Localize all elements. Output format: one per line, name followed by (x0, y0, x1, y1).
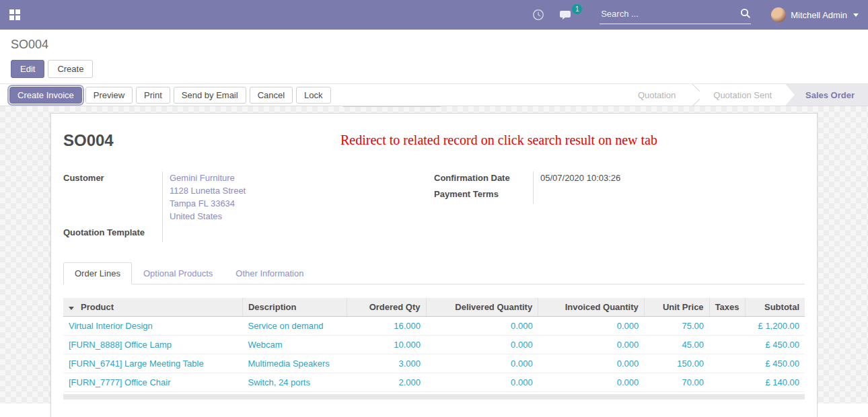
customer-label: Customer (63, 172, 163, 226)
order-line-row[interactable]: [FURN_7777] Office ChairSwitch, 24 ports… (63, 373, 805, 392)
cell-taxes[interactable] (709, 317, 745, 336)
customer-address[interactable]: Gemini Furniture 1128 Lunetta Street Tam… (163, 172, 246, 226)
customer-country[interactable]: United States (170, 210, 246, 223)
activities-clock-icon[interactable] (532, 9, 544, 21)
cell-unit-price[interactable]: 70.00 (644, 373, 709, 392)
cell-product[interactable]: Virtual Interior Design (63, 317, 242, 336)
optional-columns-dropdown-icon[interactable] (69, 307, 74, 310)
customer-street[interactable]: 1128 Lunetta Street (170, 184, 246, 197)
left-field-group: Customer Gemini Furniture 1128 Lunetta S… (63, 172, 434, 242)
create-invoice-button[interactable]: Create Invoice (9, 87, 82, 104)
order-lines-table: Product Description Ordered Qty Delivere… (63, 298, 805, 392)
sale-order-sheet: SO004 Redirect to related record on clic… (50, 113, 818, 417)
cell-delivered-quantity[interactable]: 0.000 (426, 373, 538, 392)
cancel-button[interactable]: Cancel (250, 87, 293, 104)
quotation-template-value[interactable] (163, 226, 170, 242)
cell-invoiced-quantity[interactable]: 0.000 (538, 317, 645, 336)
cell-description[interactable]: Multimedia Speakers (242, 354, 347, 373)
messages-count-badge: 1 (572, 4, 582, 14)
stage-pipeline: Quotation Quotation Sent Sales Order (624, 84, 868, 106)
cell-ordered-qty[interactable]: 3.000 (347, 354, 426, 373)
stage-chevron-icon (689, 84, 700, 106)
cell-unit-price[interactable]: 75.00 (644, 317, 709, 336)
cell-invoiced-quantity[interactable]: 0.000 (538, 373, 645, 392)
user-avatar (771, 7, 786, 22)
cell-invoiced-quantity[interactable]: 0.000 (538, 336, 645, 354)
cell-subtotal[interactable]: £ 1,200.00 (745, 317, 805, 336)
payment-terms-value[interactable] (534, 188, 540, 204)
statusbar: Create Invoice Preview Print Send by Ema… (0, 83, 868, 106)
column-header-taxes[interactable]: Taxes (709, 298, 745, 317)
chevron-down-icon (853, 13, 859, 17)
cell-product[interactable]: [FURN_6741] Large Meeting Table (63, 354, 242, 373)
cell-product[interactable]: [FURN_8888] Office Lamp (63, 336, 242, 354)
column-header-delivered-quantity[interactable]: Delivered Quantity (426, 298, 538, 317)
search-icon[interactable] (740, 8, 751, 22)
cell-taxes[interactable] (709, 354, 745, 373)
stage-quotation-sent[interactable]: Quotation Sent (700, 84, 785, 106)
cell-ordered-qty[interactable]: 10.000 (347, 336, 426, 354)
cell-invoiced-quantity[interactable]: 0.000 (538, 354, 645, 373)
confirmation-date-label: Confirmation Date (434, 172, 534, 188)
send-by-email-button[interactable]: Send by Email (174, 87, 246, 104)
customer-name-link[interactable]: Gemini Furniture (170, 172, 246, 184)
cell-delivered-quantity[interactable]: 0.000 (426, 317, 538, 336)
quotation-template-label: Quotation Template (63, 226, 163, 242)
lock-button[interactable]: Lock (296, 87, 330, 104)
control-panel: SO004 Edit Create Print Action 1 / 1 (0, 30, 868, 83)
stage-sales-order[interactable]: Sales Order (785, 84, 868, 106)
cell-ordered-qty[interactable]: 16.000 (347, 317, 426, 336)
top-navbar: 1 Mitchell Admin (0, 0, 868, 30)
cell-delivered-quantity[interactable]: 0.000 (426, 354, 538, 373)
confirmation-date-value[interactable]: 05/07/2020 10:03:26 (534, 172, 620, 188)
user-name: Mitchell Admin (791, 10, 847, 20)
cell-unit-price[interactable]: 150.00 (644, 354, 709, 373)
form-view-background: SO004 Redirect to related record on clic… (0, 106, 868, 404)
column-header-description[interactable]: Description (242, 298, 347, 317)
create-button[interactable]: Create (48, 60, 93, 78)
column-header-unit-price[interactable]: Unit Price (644, 298, 709, 317)
stage-quotation[interactable]: Quotation (624, 84, 689, 106)
cell-unit-price[interactable]: 45.00 (644, 336, 709, 354)
preview-button[interactable]: Preview (85, 87, 133, 104)
cell-description[interactable]: Webcam (242, 336, 347, 354)
column-header-product[interactable]: Product (63, 298, 242, 317)
table-header-row: Product Description Ordered Qty Delivere… (63, 298, 805, 317)
list-footer-strip (63, 394, 805, 400)
tab-order-lines[interactable]: Order Lines (63, 262, 132, 285)
search-input[interactable] (600, 6, 740, 22)
cell-ordered-qty[interactable]: 2.000 (347, 373, 426, 392)
cell-subtotal[interactable]: £ 140.00 (745, 373, 805, 392)
cell-taxes[interactable] (709, 336, 745, 354)
cell-description[interactable]: Switch, 24 ports (242, 373, 347, 392)
cell-delivered-quantity[interactable]: 0.000 (426, 336, 538, 354)
global-search[interactable] (600, 6, 751, 24)
print-button[interactable]: Print (136, 87, 170, 104)
apps-menu-icon[interactable] (9, 9, 20, 20)
messages-icon[interactable]: 1 (559, 9, 574, 21)
user-menu[interactable]: Mitchell Admin (771, 7, 859, 22)
breadcrumb[interactable]: SO004 (11, 38, 857, 52)
customer-city[interactable]: Tampa FL 33634 (170, 197, 246, 210)
column-header-invoiced-quantity[interactable]: Invoiced Quantity (538, 298, 645, 317)
cell-subtotal[interactable]: £ 450.00 (745, 354, 805, 373)
order-line-row[interactable]: [FURN_8888] Office LampWebcam10.0000.000… (63, 336, 805, 354)
column-header-subtotal[interactable]: Subtotal (745, 298, 805, 317)
notebook-tabs: Order Lines Optional Products Other Info… (63, 262, 805, 285)
cell-subtotal[interactable]: £ 450.00 (745, 336, 805, 354)
order-line-row[interactable]: [FURN_6741] Large Meeting TableMultimedi… (63, 354, 805, 373)
column-header-ordered-qty[interactable]: Ordered Qty (347, 298, 426, 317)
tab-optional-products[interactable]: Optional Products (132, 262, 224, 285)
edit-button[interactable]: Edit (11, 60, 44, 78)
cell-product[interactable]: [FURN_7777] Office Chair (63, 373, 242, 392)
payment-terms-label: Payment Terms (434, 188, 534, 204)
order-line-row[interactable]: Virtual Interior DesignService on demand… (63, 317, 805, 336)
cell-description[interactable]: Service on demand (242, 317, 347, 336)
right-field-group: Confirmation Date 05/07/2020 10:03:26 Pa… (434, 172, 805, 242)
cell-taxes[interactable] (709, 373, 745, 392)
annotation-note: Redirect to related record on click sear… (340, 132, 657, 148)
tab-other-information[interactable]: Other Information (224, 262, 315, 285)
